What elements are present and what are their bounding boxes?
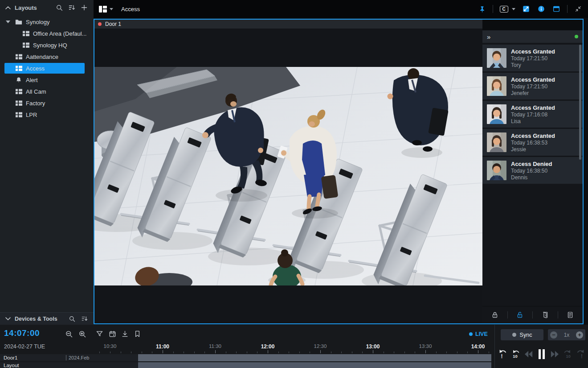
timeline-tick-label: 13:00 <box>366 343 380 350</box>
timeline-tick <box>99 351 100 353</box>
stream-profile-caret[interactable] <box>512 8 515 10</box>
sidebar-item-aattendance[interactable]: Aattendance <box>0 51 94 62</box>
filter-icon[interactable] <box>96 330 104 338</box>
bookmark-icon[interactable] <box>134 330 142 338</box>
layout-dropdown-caret[interactable] <box>110 8 113 10</box>
sidebar-item-access[interactable]: Access <box>0 62 94 74</box>
access-event-dennis[interactable]: Access Denied Today 16:38:50 Dennis <box>482 157 583 184</box>
lock-door-icon[interactable] <box>482 311 507 319</box>
rewind-button[interactable] <box>524 348 534 360</box>
access-events-panel: » Access Granted Today 17:21:50 Tory A <box>482 20 583 323</box>
sidebar-item-label: Access <box>26 65 45 72</box>
expand-caret-icon[interactable] <box>6 21 10 23</box>
speed-increase-button[interactable]: + <box>576 331 583 339</box>
sidebar-item-factory[interactable]: Factory <box>0 97 94 109</box>
event-time: Today 17:16:08 <box>511 112 555 118</box>
sort-icon[interactable] <box>68 4 76 12</box>
timeline-tick <box>478 350 478 353</box>
timeline-tick <box>489 351 489 353</box>
access-log-icon[interactable] <box>558 311 583 319</box>
surveillance-app: Layouts SynologyOffice Area (Defaul...Sy… <box>0 0 588 368</box>
info-icon[interactable] <box>537 4 546 13</box>
events-scrollbar[interactable] <box>579 45 581 160</box>
layouts-sidebar: Layouts SynologyOffice Area (Defaul...Sy… <box>0 0 94 325</box>
open-door-icon[interactable] <box>533 311 558 319</box>
devices-tools-header[interactable]: Devices & Tools <box>0 312 94 325</box>
collapse-up-icon[interactable] <box>5 6 11 9</box>
timeline-tick <box>289 351 289 353</box>
timeline-tick <box>173 351 174 353</box>
pin-icon[interactable] <box>478 4 486 13</box>
sync-dot-icon <box>512 333 516 337</box>
video-feed[interactable] <box>94 29 482 323</box>
layout-grid-icon[interactable] <box>99 6 107 12</box>
timeline-row-label: Door1 <box>4 355 17 360</box>
timeline-tick <box>331 351 331 353</box>
timeline-zoom-in-icon[interactable] <box>78 330 86 338</box>
access-event-jessie[interactable]: Access Granted Today 16:38:53 Jessie <box>482 129 583 156</box>
panel-toggle-icon[interactable] <box>552 4 561 13</box>
search-icon[interactable] <box>55 4 63 12</box>
sidebar-item-synology-hq[interactable]: Synology HQ <box>0 39 94 51</box>
recording-bar[interactable] <box>138 354 491 361</box>
exit-fullscreen-icon[interactable] <box>574 4 583 13</box>
collapse-panel-icon[interactable]: » <box>487 33 490 41</box>
svg-text:!: ! <box>581 353 583 360</box>
layouts-header: Layouts <box>0 0 94 15</box>
timeline-tick <box>394 351 394 353</box>
timeline-row-door1[interactable]: Door12024.Feb <box>0 354 491 361</box>
timeline-tick <box>121 351 121 353</box>
unlock-door-icon[interactable] <box>508 311 533 319</box>
sort-icon[interactable] <box>80 315 88 323</box>
sidebar-item-label: LPR <box>26 112 37 118</box>
live-dot-icon <box>469 332 473 336</box>
timeline-tick-label: 10:30 <box>104 343 117 349</box>
online-status-dot <box>575 35 578 38</box>
sidebar-item-lpr[interactable]: LPR <box>0 109 94 120</box>
timeline-tick <box>310 351 310 353</box>
forward-10-seconds-button[interactable]: 10 <box>563 348 572 360</box>
fast-forward-button[interactable] <box>550 348 559 360</box>
recording-bar[interactable] <box>138 362 491 368</box>
layout-tree: SynologyOffice Area (Defaul...Synology H… <box>0 16 94 120</box>
sidebar-item-label: Aattendance <box>26 54 58 60</box>
timeline-tick-label: 12:30 <box>314 343 327 349</box>
calendar-icon[interactable] <box>109 330 117 338</box>
add-layout-icon[interactable] <box>80 4 88 12</box>
live-indicator[interactable]: LIVE <box>469 331 488 337</box>
folder-icon <box>15 19 22 25</box>
access-event-lisa[interactable]: Access Granted Today 17:16:08 Lisa <box>482 101 583 128</box>
rewind-10-seconds-button[interactable]: 10 <box>511 348 521 360</box>
camera-name: Door 1 <box>105 21 121 27</box>
timeline-bar: 14:07:00 2024-02-27 TUE LIVE 10:3011:001… <box>0 325 588 368</box>
search-icon[interactable] <box>68 315 76 323</box>
timeline-zoom-out-icon[interactable] <box>65 330 73 338</box>
sidebar-item-synology[interactable]: Synology <box>0 16 94 28</box>
camera-tile[interactable]: Door 1 <box>94 19 584 324</box>
timeline-tick-label: 11:30 <box>209 343 221 349</box>
event-status: Access Denied <box>511 161 552 168</box>
sidebar-item-office-area-defaul[interactable]: Office Area (Defaul... <box>0 28 94 39</box>
timeline-tick <box>299 351 300 353</box>
event-status: Access Granted <box>511 76 555 83</box>
avatar-photo <box>487 161 506 180</box>
month-marker: 2024.Feb <box>66 355 89 360</box>
sidebar-item-alert[interactable]: Alert <box>0 74 94 86</box>
event-time: Today 16:38:53 <box>511 140 555 146</box>
sync-button[interactable]: Sync <box>501 329 543 340</box>
snapshot-icon[interactable] <box>522 4 531 13</box>
sidebar-item-all-cam[interactable]: All Cam <box>0 86 94 97</box>
pause-button[interactable] <box>537 348 547 360</box>
access-event-tory[interactable]: Access Granted Today 17:21:50 Tory <box>482 45 583 71</box>
previous-event-button[interactable]: ! <box>498 348 508 360</box>
timeline-tick <box>320 350 321 353</box>
access-event-jenefer[interactable]: Access Granted Today 17:21:50 Jenefer <box>482 73 583 99</box>
next-event-button[interactable]: ! <box>576 348 585 360</box>
event-time: Today 16:38:50 <box>511 168 552 174</box>
timeline-tick <box>110 351 110 353</box>
export-icon[interactable] <box>121 330 129 338</box>
timeline-tick <box>152 351 152 353</box>
speed-decrease-button[interactable]: − <box>550 331 557 339</box>
stream-profile-icon[interactable]: C <box>499 4 508 13</box>
timeline-row-layout[interactable]: Layout <box>0 362 491 368</box>
